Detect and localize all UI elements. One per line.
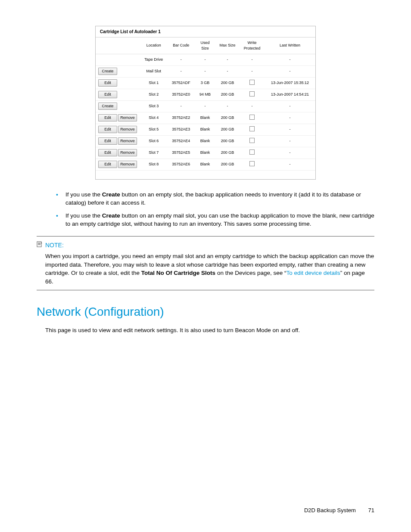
cell-barcode: - (167, 65, 194, 77)
cell-last-written: - (265, 65, 315, 77)
write-protected-checkbox[interactable] (249, 115, 255, 120)
cell-last-written: - (265, 159, 315, 170)
cell-write-protected: - (240, 100, 265, 112)
cell-write-protected (240, 124, 265, 135)
cell-last-written: - (265, 124, 315, 135)
cell-write-protected: - (240, 54, 265, 65)
col-used: Used Size (195, 37, 215, 54)
cell-location: Slot 2 (140, 89, 167, 100)
cell-used: Blank (195, 135, 215, 147)
row-actions: Edit (96, 77, 140, 89)
cell-barcode: 35752AE0 (167, 89, 194, 100)
remove-button[interactable]: Remove (118, 137, 137, 145)
write-protected-checkbox[interactable] (249, 80, 255, 85)
table-row: EditRemoveSlot 535752AE3Blank200 GB- (96, 124, 315, 135)
bullet-1: If you use the Create button on an empty… (56, 190, 374, 207)
remove-button[interactable]: Remove (118, 149, 137, 156)
section-heading: Network (Configuration) (37, 303, 374, 321)
col-max: Max Size (215, 37, 240, 54)
cell-location: Slot 6 (140, 135, 167, 147)
edit-button[interactable]: Edit (98, 161, 117, 168)
edit-button[interactable]: Edit (98, 91, 117, 98)
remove-button[interactable]: Remove (118, 126, 137, 133)
cell-write-protected (240, 112, 265, 124)
write-protected-checkbox[interactable] (249, 126, 255, 131)
row-actions: EditRemove (96, 147, 140, 159)
cell-last-written: - (265, 100, 315, 112)
cell-used: Blank (195, 147, 215, 159)
create-button[interactable]: Create (98, 68, 117, 75)
row-actions: EditRemove (96, 124, 140, 135)
cell-used: 94 MB (195, 89, 215, 100)
table-header: Location Bar Code Used Size Max Size Wri… (96, 37, 315, 54)
cell-barcode: 35752AE3 (167, 124, 194, 135)
cell-barcode: 35752AE6 (167, 159, 194, 170)
table-row: EditSlot 135752ADF3 GB200 GB13-Jun-2007 … (96, 77, 315, 89)
cell-location: Slot 3 (140, 100, 167, 112)
col-location: Location (140, 37, 167, 54)
edit-button[interactable]: Edit (98, 149, 117, 156)
cell-last-written: - (265, 135, 315, 147)
cell-barcode: 35752AE4 (167, 135, 194, 147)
edit-button[interactable]: Edit (98, 137, 117, 145)
cell-barcode: - (167, 100, 194, 112)
cell-used: - (195, 65, 215, 77)
col-wp: Write Protected (240, 37, 265, 54)
cell-used: - (195, 100, 215, 112)
cell-max: - (215, 100, 240, 112)
write-protected-checkbox[interactable] (249, 149, 255, 155)
panel-title: Cartridge List of Autoloader 1 (96, 26, 315, 37)
cell-max: 200 GB (215, 124, 240, 135)
edit-button[interactable]: Edit (98, 126, 117, 133)
table-row: EditSlot 235752AE094 MB200 GB13-Jun-2007… (96, 89, 315, 100)
cell-last-written: - (265, 147, 315, 159)
table-row: CreateSlot 3----- (96, 100, 315, 112)
cell-max: - (215, 65, 240, 77)
cell-max: 200 GB (215, 159, 240, 170)
row-actions: Edit (96, 89, 140, 100)
cell-max: - (215, 54, 240, 65)
cell-location: Mail Slot (140, 65, 167, 77)
cell-location: Slot 1 (140, 77, 167, 89)
cell-location: Tape Drive (140, 54, 167, 65)
cell-last-written: - (265, 54, 315, 65)
cell-used: Blank (195, 159, 215, 170)
cell-max: 200 GB (215, 135, 240, 147)
row-actions (96, 54, 140, 65)
edit-button[interactable]: Edit (98, 79, 117, 87)
table-row: CreateMail Slot----- (96, 65, 315, 77)
cell-location: Slot 5 (140, 124, 167, 135)
note-icon (37, 241, 43, 249)
cell-write-protected (240, 159, 265, 170)
cell-max: 200 GB (215, 77, 240, 89)
row-actions: EditRemove (96, 135, 140, 147)
svg-rect-0 (37, 242, 41, 247)
cell-location: Slot 7 (140, 147, 167, 159)
cell-write-protected (240, 135, 265, 147)
cell-max: 200 GB (215, 147, 240, 159)
link-edit-device[interactable]: To edit device details (286, 270, 340, 276)
table-row: EditRemoveSlot 435752AE2Blank200 GB- (96, 112, 315, 124)
edit-button[interactable]: Edit (98, 114, 117, 121)
remove-button[interactable]: Remove (118, 161, 137, 168)
cartridge-panel: Cartridge List of Autoloader 1 Location … (95, 26, 316, 180)
cell-location: Slot 4 (140, 112, 167, 124)
cell-last-written: 13-Jun-2007 14:54:21 (265, 89, 315, 100)
bullet-2: If you use the Create button on an empty… (56, 212, 374, 228)
table-row: EditRemoveSlot 835752AE6Blank200 GB- (96, 159, 315, 170)
cell-write-protected (240, 77, 265, 89)
col-last: Last Written (265, 37, 315, 54)
create-button[interactable]: Create (98, 103, 117, 110)
section-intro: This page is used to view and edit netwo… (45, 326, 374, 335)
cell-used: Blank (195, 112, 215, 124)
cell-max: 200 GB (215, 112, 240, 124)
note-text: When you import a cartridge, you need an… (45, 252, 374, 286)
write-protected-checkbox[interactable] (249, 138, 255, 143)
write-protected-checkbox[interactable] (249, 91, 255, 96)
cell-used: Blank (195, 124, 215, 135)
write-protected-checkbox[interactable] (249, 161, 255, 166)
row-actions: Create (96, 65, 140, 77)
col-barcode: Bar Code (167, 37, 194, 54)
cell-barcode: 35752AE2 (167, 112, 194, 124)
remove-button[interactable]: Remove (118, 114, 137, 121)
